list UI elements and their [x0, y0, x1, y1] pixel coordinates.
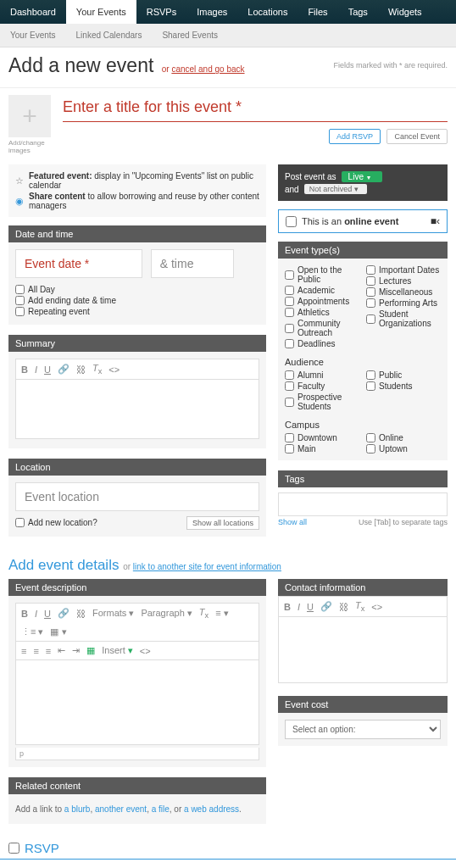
- aud-public[interactable]: [366, 370, 375, 380]
- clear-icon[interactable]: Tx: [199, 607, 209, 620]
- contact-textarea[interactable]: [278, 617, 448, 683]
- subnav-linked[interactable]: Linked Calendars: [66, 27, 153, 43]
- share-label: Share content to allow borrowing and reu…: [29, 192, 259, 210]
- show-all-locations-button[interactable]: Show all locations: [186, 516, 259, 530]
- indent-icon[interactable]: ⇥: [72, 645, 80, 656]
- unlink-icon[interactable]: ⛓: [76, 364, 86, 375]
- align-left-icon[interactable]: ≡: [21, 646, 26, 656]
- type-community[interactable]: [285, 324, 294, 333]
- another-event-link[interactable]: another event: [95, 804, 147, 814]
- paragraph-dropdown[interactable]: Paragraph ▾: [141, 608, 192, 619]
- online-event-checkbox[interactable]: [286, 216, 297, 227]
- unlink-icon[interactable]: ⛓: [339, 602, 348, 612]
- link-icon[interactable]: 🔗: [58, 364, 70, 375]
- campus-uptown[interactable]: [366, 444, 375, 453]
- insert-table-icon[interactable]: ▦: [86, 645, 95, 656]
- type-lectures[interactable]: [366, 276, 375, 286]
- description-textarea[interactable]: [15, 660, 259, 745]
- and-label: and: [285, 185, 299, 194]
- add-ending-checkbox[interactable]: [15, 296, 25, 305]
- campus-downtown[interactable]: [285, 433, 294, 442]
- type-deadlines[interactable]: [285, 339, 294, 348]
- type-athletics[interactable]: [285, 308, 294, 317]
- event-time-input[interactable]: [151, 249, 234, 278]
- link-another-site[interactable]: link to another site for event informati…: [133, 562, 281, 571]
- italic-icon[interactable]: I: [298, 602, 300, 612]
- nav-images[interactable]: Images: [186, 0, 237, 24]
- nav-your-events[interactable]: Your Events: [66, 0, 136, 24]
- table-icon[interactable]: ▦ ▾: [50, 626, 66, 637]
- or-text: or: [162, 64, 170, 74]
- event-cost-select[interactable]: Select an option:: [285, 720, 441, 739]
- nav-locations[interactable]: Locations: [237, 0, 298, 24]
- italic-icon[interactable]: I: [35, 609, 37, 619]
- code-icon[interactable]: <>: [140, 646, 151, 656]
- blurb-link[interactable]: a blurb: [64, 804, 91, 814]
- summary-textarea[interactable]: [15, 380, 259, 439]
- underline-icon[interactable]: U: [44, 364, 51, 375]
- bullet-list-icon[interactable]: ≡ ▾: [215, 608, 228, 619]
- show-all-tags-link[interactable]: Show all: [278, 518, 307, 526]
- add-details-title: Add event details: [8, 557, 119, 573]
- archived-dropdown[interactable]: Not archived ▾: [304, 184, 367, 194]
- nav-widgets[interactable]: Widgets: [378, 0, 432, 24]
- formats-dropdown[interactable]: Formats ▾: [92, 608, 134, 619]
- rsvp-checkbox[interactable]: [8, 843, 19, 854]
- nav-rsvps[interactable]: RSVPs: [136, 0, 186, 24]
- cancel-link[interactable]: cancel and go back: [171, 64, 244, 74]
- bold-icon[interactable]: B: [284, 602, 291, 612]
- add-image-placeholder[interactable]: +: [8, 95, 51, 137]
- campus-main[interactable]: [285, 444, 294, 453]
- nav-dashboard[interactable]: Dashboard: [0, 0, 66, 24]
- type-appointments[interactable]: [285, 297, 294, 306]
- event-date-input[interactable]: [15, 249, 142, 278]
- file-link[interactable]: a file: [152, 804, 170, 814]
- underline-icon[interactable]: U: [307, 602, 314, 612]
- number-list-icon[interactable]: ⋮≡ ▾: [21, 626, 43, 637]
- location-input[interactable]: [15, 482, 259, 511]
- image-caption[interactable]: Add/change images: [8, 139, 51, 154]
- link-icon[interactable]: 🔗: [58, 608, 70, 619]
- code-icon[interactable]: <>: [108, 364, 120, 375]
- underline-icon[interactable]: U: [44, 609, 51, 619]
- type-student-org[interactable]: [366, 314, 375, 324]
- link-icon[interactable]: 🔗: [320, 601, 332, 612]
- repeating-checkbox[interactable]: [15, 307, 25, 316]
- clear-icon[interactable]: Tx: [92, 363, 102, 376]
- subnav-shared[interactable]: Shared Events: [152, 27, 228, 43]
- aud-faculty[interactable]: [285, 381, 294, 391]
- aud-students[interactable]: [366, 381, 375, 391]
- clear-icon[interactable]: Tx: [355, 600, 364, 613]
- web-address-link[interactable]: a web address: [184, 804, 239, 814]
- aud-alumni[interactable]: [285, 370, 294, 380]
- bold-icon[interactable]: B: [21, 364, 28, 375]
- all-day-checkbox[interactable]: [15, 285, 25, 294]
- tags-input[interactable]: [278, 492, 448, 516]
- live-dropdown[interactable]: Live: [342, 171, 382, 182]
- subnav-your-events[interactable]: Your Events: [0, 27, 66, 43]
- cancel-event-button[interactable]: Cancel Event: [386, 129, 448, 144]
- add-rsvp-button[interactable]: Add RSVP: [329, 129, 381, 144]
- cost-header: Event cost: [278, 696, 448, 713]
- type-performing[interactable]: [366, 298, 375, 308]
- code-icon[interactable]: <>: [371, 602, 382, 612]
- unlink-icon[interactable]: ⛓: [76, 609, 86, 619]
- nav-tags[interactable]: Tags: [338, 0, 378, 24]
- description-header: Event description: [8, 579, 266, 596]
- type-open-public[interactable]: [285, 270, 294, 280]
- campus-online[interactable]: [366, 433, 375, 442]
- aud-prospective[interactable]: [285, 398, 294, 407]
- type-misc[interactable]: [366, 287, 375, 297]
- insert-dropdown[interactable]: Insert ▾: [102, 645, 133, 656]
- datetime-header: Date and time: [8, 225, 266, 242]
- event-title-input[interactable]: [63, 95, 448, 122]
- outdent-icon[interactable]: ⇤: [58, 645, 65, 656]
- nav-files[interactable]: Files: [298, 0, 337, 24]
- align-center-icon[interactable]: ≡: [33, 646, 38, 656]
- bold-icon[interactable]: B: [21, 609, 28, 619]
- italic-icon[interactable]: I: [35, 364, 37, 375]
- type-academic[interactable]: [285, 286, 294, 295]
- add-new-location-checkbox[interactable]: [15, 518, 25, 527]
- type-important[interactable]: [366, 265, 375, 275]
- align-right-icon[interactable]: ≡: [46, 646, 51, 656]
